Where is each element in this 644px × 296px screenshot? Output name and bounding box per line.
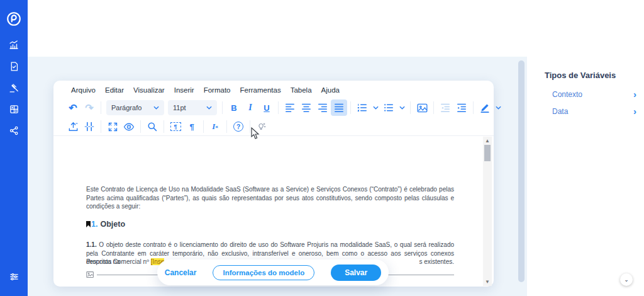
bullet-list-options-chevron-icon[interactable] — [397, 100, 407, 116]
scroll-down-icon[interactable]: ▼ — [485, 278, 490, 286]
align-center-button[interactable] — [298, 100, 314, 116]
projuris-logo-icon[interactable] — [0, 4, 28, 34]
menu-tabela[interactable]: Tabela — [291, 86, 312, 94]
anchor-marker-icon — [86, 221, 91, 227]
ordered-list-button[interactable] — [354, 100, 370, 116]
align-left-button[interactable] — [282, 100, 298, 116]
bold-button[interactable]: B — [226, 100, 242, 116]
ai-suggestions-button[interactable] — [253, 118, 270, 135]
scroll-up-icon[interactable]: ▲ — [485, 137, 490, 145]
clear-formatting-button[interactable]: I× — [207, 118, 223, 135]
save-button[interactable]: Salvar — [331, 265, 381, 281]
paragraph-style-select[interactable]: Parágrafo — [106, 100, 164, 115]
menu-formato[interactable]: Formato — [204, 86, 231, 94]
scrollbar-thumb[interactable] — [484, 145, 491, 161]
menu-arquivo[interactable]: Arquivo — [71, 86, 96, 94]
sidebar-item-network[interactable] — [0, 120, 28, 141]
chevron-down-icon: ⌄ — [624, 276, 629, 283]
redo-button[interactable]: ↷ — [81, 100, 97, 116]
show-invisibles-button[interactable]: ¶ — [184, 118, 200, 135]
editor-scrollbar[interactable]: ▲ ▼ — [483, 137, 492, 286]
line-end-fragment: s existentes. — [419, 258, 454, 266]
preview-button[interactable] — [121, 118, 137, 135]
sidebar-item-preferences[interactable] — [0, 266, 28, 287]
top-bar — [28, 0, 644, 57]
rich-text-editor: Arquivo Editar Visualizar Inserir Format… — [53, 81, 494, 287]
bullet-list-button[interactable] — [380, 100, 397, 116]
font-size-value: 11pt — [173, 104, 186, 111]
sidebar-item-modules[interactable] — [0, 98, 28, 120]
cancel-button[interactable]: Cancelar — [165, 268, 197, 277]
editor-help-button[interactable]: ? — [230, 118, 247, 135]
chevron-right-icon: › — [633, 106, 636, 117]
align-right-button[interactable] — [314, 100, 331, 116]
clause-number: 1.1. — [86, 241, 97, 248]
align-justify-button[interactable] — [331, 100, 347, 116]
document-paragraph[interactable]: Este Contrato de Licença de Uso na Modal… — [86, 185, 454, 211]
scroll-down-fab[interactable]: ⌄ — [620, 273, 633, 286]
floating-action-bar: Cancelar Informações do modelo Salvar — [157, 259, 389, 285]
visual-blocks-button[interactable]: ¶ — [167, 118, 184, 135]
variables-panel-title: Tipos de Variáveis — [545, 71, 616, 80]
sidebar-item-documents[interactable] — [0, 55, 28, 77]
paragraph-style-value: Parágrafo — [111, 104, 142, 111]
upload-button[interactable] — [65, 118, 81, 135]
panel-resize-handle[interactable] — [518, 60, 525, 282]
sidebar-item-legal[interactable] — [0, 77, 28, 98]
insert-image-button[interactable] — [414, 100, 430, 116]
editor-toolbar-row2: ¶ ¶ I× ? — [65, 118, 270, 135]
fullscreen-button[interactable] — [104, 118, 121, 135]
variable-item-label: Data — [552, 107, 568, 116]
menu-ajuda[interactable]: Ajuda — [321, 86, 340, 94]
sidebar-item-analytics[interactable] — [0, 34, 28, 55]
ordered-list-options-chevron-icon[interactable] — [370, 100, 380, 116]
italic-button[interactable]: I — [242, 100, 258, 116]
page-break-button[interactable] — [81, 118, 97, 135]
font-size-select[interactable]: 11pt — [168, 100, 217, 115]
indent-button[interactable] — [453, 100, 470, 116]
model-info-button[interactable]: Informações do modelo — [213, 265, 314, 280]
undo-button[interactable]: ↶ — [65, 100, 81, 116]
search-button[interactable] — [144, 118, 160, 135]
variable-item-data[interactable]: Data › — [552, 106, 636, 117]
variable-item-label: Contexto — [552, 90, 582, 99]
chevron-down-icon — [153, 106, 159, 110]
sidebar — [0, 0, 28, 296]
broken-image-icon — [86, 271, 94, 279]
editor-toolbar-row1: ↶ ↷ Parágrafo 11pt B I U — [65, 99, 503, 117]
menu-ferramentas[interactable]: Ferramentas — [240, 86, 280, 94]
menu-editar[interactable]: Editar — [105, 86, 124, 94]
underline-button[interactable]: U — [258, 100, 275, 116]
menu-visualizar[interactable]: Visualizar — [133, 86, 165, 94]
variable-item-contexto[interactable]: Contexto › — [552, 89, 636, 100]
document-heading[interactable]: 1. Objeto — [86, 220, 125, 229]
heading-number: 1. — [91, 220, 97, 229]
heading-text: Objeto — [100, 220, 125, 229]
outdent-button[interactable] — [437, 100, 453, 116]
menu-inserir[interactable]: Inserir — [174, 86, 194, 94]
chevron-right-icon: › — [633, 89, 636, 100]
chevron-down-icon — [206, 106, 212, 110]
text-color-chevron-icon[interactable] — [493, 100, 503, 116]
text-color-button[interactable] — [477, 100, 493, 116]
editor-menubar: Arquivo Editar Visualizar Inserir Format… — [71, 86, 340, 94]
